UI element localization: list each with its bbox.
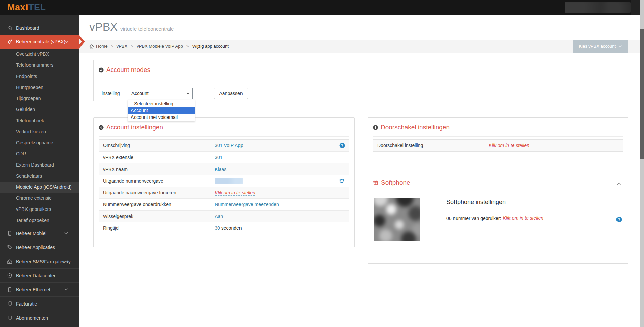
user-account-redacted[interactable] <box>565 2 631 13</box>
sidebar-item-tarief-opzoeken[interactable]: Tarief opzoeken <box>0 215 79 226</box>
sidebar-item-schakelaars[interactable]: Schakelaars <box>0 171 79 182</box>
sidebar-item-verkort-kiezen[interactable]: Verkort kiezen <box>0 126 79 137</box>
divider <box>373 136 623 137</box>
softphone-body: Softphone instellingen 06 nummer van geb… <box>373 198 623 241</box>
settings-row-uitgaande-nummerweergave: Uitgaande nummerweergave <box>99 175 349 187</box>
topbar-right-block <box>631 0 640 15</box>
sidebar-item-tijdgroepen[interactable]: Tijdgroepen <box>0 93 79 104</box>
setting-label: vPBX extensie <box>99 152 211 164</box>
sidebar-item-beheer-datacenter-label: Beheer Datacenter <box>16 273 56 278</box>
setting-label: Uitgaande naamweergave forceren <box>99 187 211 199</box>
maxitel-logo[interactable]: MaxiTEL <box>7 0 46 15</box>
breadcrumb: Home >vPBX>vPBX Mobiele VoIP App>Wijzig … <box>89 40 229 53</box>
setting-value <box>211 178 349 184</box>
help-icon[interactable]: ? <box>339 143 345 148</box>
page-scrollbar[interactable] <box>640 0 644 327</box>
editable-value-link[interactable]: Klaas <box>215 167 226 172</box>
sidebar-item-beheer-applicaties[interactable]: Beheer Applicaties <box>0 240 79 254</box>
sidebar-item-chrome-extensie[interactable]: Chrome extensie <box>0 193 79 204</box>
editable-value-link[interactable]: Klik om in te stellen <box>215 190 255 196</box>
softphone-number-set-link[interactable]: Klik om in te stellen <box>503 215 543 221</box>
scrollbar-thumb[interactable] <box>640 29 644 159</box>
file-icon <box>7 301 12 307</box>
sidebar-item-dashboard-label: Dashboard <box>16 25 39 31</box>
gift-icon <box>373 180 378 185</box>
page-header: vPBXvirtuele telefooncentrale <box>89 20 174 33</box>
sidebar-item-beheer-applicaties-label: Beheer Applicaties <box>16 245 55 250</box>
setting-label: Omschrijving <box>99 140 211 151</box>
select-option-0[interactable]: --Selecteer instelling-- <box>128 100 195 107</box>
sidebar-item-gespreksopname[interactable]: Gespreksopname <box>0 137 79 148</box>
sidebar-item-facturatie[interactable]: Facturatie <box>0 296 79 311</box>
sidebar-item-geluiden[interactable]: Geluiden <box>0 104 79 115</box>
breadcrumb-home-link[interactable]: Home <box>96 44 108 49</box>
group-icon[interactable] <box>339 178 345 183</box>
main-content: vPBXvirtuele telefooncentrale Home >vPBX… <box>79 15 640 327</box>
file-icon <box>7 315 12 321</box>
value-suffix: seconden <box>221 225 242 231</box>
softphone-panel: Softphone Softphone instellingen 06 numm… <box>368 173 628 264</box>
sidebar-item-telefoonboek[interactable]: Telefoonboek <box>0 115 79 126</box>
breadcrumb-item-wijzig-app-account: Wijzig app account <box>192 44 229 49</box>
breadcrumb-item-vpbx-mobiele-voip-app[interactable]: vPBX Mobiele VoIP App <box>137 44 183 49</box>
kies-vpbx-account-label: Kies vPBX account <box>579 44 616 49</box>
logo-part-tel: TEL <box>28 2 46 12</box>
sidebar-item-mobiele-app-ios-android[interactable]: Mobiele App (iOS/Android) <box>0 182 79 193</box>
setting-value: 301 VoIP App <box>211 143 349 148</box>
editable-value-link[interactable]: 301 VoIP App <box>215 143 243 148</box>
sidebar-item-extern-dashboard[interactable]: Extern Dashboard <box>0 159 79 171</box>
sidebar-item-huntgroepen[interactable]: Huntgroepen <box>0 82 79 93</box>
settings-row-wisselgesprek: WisselgesprekAan <box>99 210 349 222</box>
rocket-icon <box>7 39 12 44</box>
breadcrumb-separator: > <box>111 44 113 49</box>
top-header-bar: MaxiTEL <box>0 0 640 15</box>
setting-value: Klik om in te stellen <box>485 143 623 148</box>
sidebar-item-telefoonnummers[interactable]: Telefoonnummers <box>0 60 79 71</box>
sidebar-item-beheer-sms-fax-gateway-label: Beheer SMS/Fax gateway <box>16 259 71 264</box>
envelope-icon <box>7 259 12 264</box>
sidebar-item-beheer-ethernet[interactable]: Beheer Ethernet <box>0 282 79 296</box>
chevron-up-icon[interactable] <box>617 182 621 185</box>
editable-value-link[interactable]: Aan <box>215 214 223 219</box>
sidebar-item-abonnementen[interactable]: Abonnementen <box>0 311 79 325</box>
softphone-settings-heading: Softphone instellingen <box>446 199 543 206</box>
instelling-select-dropdown: --Selecteer instelling--AccountAccount m… <box>128 100 195 121</box>
home-icon <box>7 25 12 31</box>
account-modes-panel: Account modes instelling Account --Selec… <box>93 60 628 101</box>
instelling-select-value: Account <box>131 91 149 96</box>
editable-value-link[interactable]: Nummerweergave meezenden <box>215 202 279 207</box>
select-option-1[interactable]: Account <box>128 107 195 114</box>
breadcrumb-item-vpbx[interactable]: vPBX <box>117 44 128 49</box>
instelling-label: instelling <box>102 88 120 99</box>
select-option-2[interactable]: Account met voicemail <box>128 114 195 121</box>
help-icon[interactable]: ? <box>616 217 622 222</box>
instelling-select[interactable]: Account <box>128 88 193 99</box>
editable-value-link[interactable]: 301 <box>215 155 222 160</box>
sidebar-item-facturatie-label: Facturatie <box>16 301 37 307</box>
sidebar-menu: DashboardBeheer centrale (vPBX)Overzicht… <box>0 21 79 325</box>
editable-value-link[interactable]: 30 <box>215 225 220 231</box>
sidebar-item-endpoints[interactable]: Endpoints <box>0 71 79 82</box>
aanpassen-button[interactable]: Aanpassen <box>214 88 248 99</box>
account-settings-table: Omschrijving301 VoIP App?vPBX extensie30… <box>99 139 349 234</box>
setting-label: vPBX naam <box>99 164 211 175</box>
sidebar-item-beheer-mobiel[interactable]: Beheer Mobiel <box>0 226 79 240</box>
chevron-down-icon <box>63 41 69 43</box>
sidebar-item-cdr[interactable]: CDR <box>0 148 79 159</box>
hamburger-icon[interactable] <box>64 5 72 10</box>
sidebar-item-beheer-sms-fax-gateway[interactable]: Beheer SMS/Fax gateway <box>0 254 79 268</box>
editable-value-link[interactable]: Klik om in te stellen <box>489 143 529 148</box>
softphone-screenshot-redacted <box>374 198 420 241</box>
sidebar-item-beheer-centrale-vpbx[interactable]: Beheer centrale (vPBX) <box>0 35 79 49</box>
redacted-value[interactable] <box>215 178 243 184</box>
sidebar-item-dashboard[interactable]: Dashboard <box>0 21 79 35</box>
instelling-select-wrap: Account --Selecteer instelling--AccountA… <box>128 88 193 99</box>
sidebar-item-beheer-datacenter[interactable]: Beheer Datacenter <box>0 268 79 282</box>
setting-label: Wisselgesprek <box>99 211 211 222</box>
kies-vpbx-account-button[interactable]: Kies vPBX account <box>573 40 628 53</box>
sidebar-item-vpbx-gebruikers[interactable]: vPBX gebruikers <box>0 204 79 215</box>
settings-row-vpbx-naam: vPBX naamKlaas <box>99 163 349 175</box>
forward-settings-table: Doorschakel instellingKlik om in te stel… <box>373 139 623 152</box>
page-title: vPBX <box>89 20 118 33</box>
sidebar-item-overzicht-vpbx[interactable]: Overzicht vPBX <box>0 49 79 60</box>
